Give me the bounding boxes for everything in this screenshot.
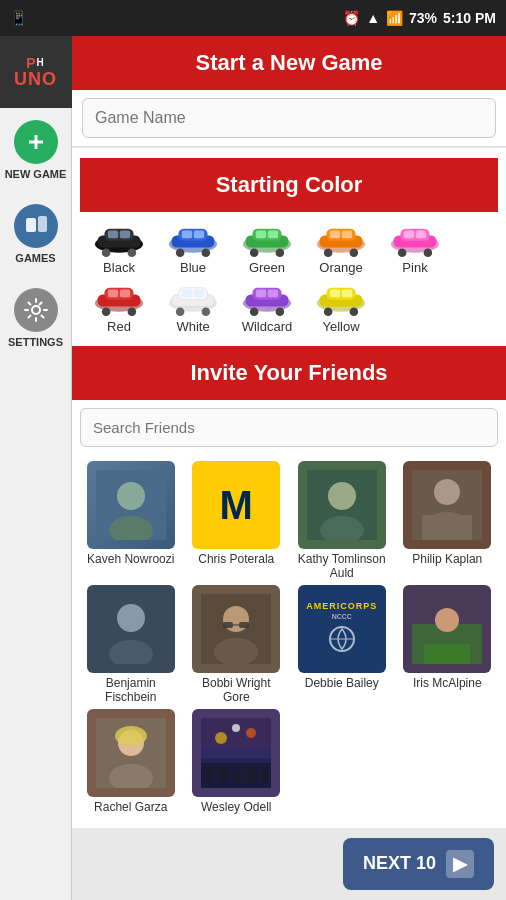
next-row: NEXT 10 ▶ bbox=[72, 828, 506, 900]
svg-point-91 bbox=[435, 608, 459, 632]
friend-name-wesley: Wesley Odell bbox=[201, 800, 271, 814]
next-button[interactable]: NEXT 10 ▶ bbox=[343, 838, 494, 890]
svg-rect-59 bbox=[256, 289, 266, 297]
friend-item-bobbi[interactable]: Bobbi Wright Gore bbox=[186, 585, 288, 705]
friend-item-philip[interactable]: Philip Kaplan bbox=[397, 461, 499, 581]
svg-point-102 bbox=[232, 724, 240, 732]
game-name-section bbox=[72, 90, 506, 147]
svg-point-69 bbox=[117, 482, 145, 510]
car-pink-icon bbox=[385, 220, 445, 258]
new-game-icon bbox=[14, 120, 58, 164]
friend-item-benjamin[interactable]: Benjamin Fischbein bbox=[80, 585, 182, 705]
sidebar-item-games[interactable]: GAMES bbox=[0, 192, 71, 276]
color-label-pink: Pink bbox=[402, 260, 427, 275]
car-red-icon bbox=[89, 279, 149, 317]
color-item-white[interactable]: White bbox=[158, 279, 228, 334]
svg-rect-39 bbox=[416, 230, 426, 238]
friend-item-kaveh[interactable]: Kaveh Nowroozi bbox=[80, 461, 182, 581]
search-row bbox=[72, 400, 506, 455]
game-name-input[interactable] bbox=[82, 98, 496, 138]
next-button-label: NEXT 10 bbox=[363, 853, 436, 874]
friend-avatar-wesley bbox=[192, 709, 280, 797]
svg-rect-77 bbox=[422, 515, 472, 540]
friend-item-kathy[interactable]: Kathy Tomlinson Auld bbox=[291, 461, 393, 581]
svg-point-100 bbox=[215, 732, 227, 744]
svg-rect-3 bbox=[38, 216, 47, 232]
svg-point-30 bbox=[350, 248, 359, 257]
friend-name-bobbi: Bobbi Wright Gore bbox=[191, 676, 281, 705]
svg-point-79 bbox=[117, 604, 145, 632]
americorps-logo: AMERICORPS NCCC bbox=[298, 585, 386, 673]
svg-point-37 bbox=[424, 248, 433, 257]
car-wildcard-icon bbox=[237, 279, 297, 317]
friend-item-rachel[interactable]: Rachel Garza bbox=[80, 709, 182, 814]
color-item-wildcard[interactable]: Wildcard bbox=[232, 279, 302, 334]
svg-rect-106 bbox=[249, 767, 257, 783]
friend-name-iris: Iris McAlpine bbox=[413, 676, 482, 690]
status-bar: 📱 ⏰ ▲ 📶 73% 5:10 PM bbox=[0, 0, 506, 36]
svg-rect-99 bbox=[201, 748, 271, 763]
start-new-game-button[interactable]: Start a New Game bbox=[72, 36, 506, 90]
svg-point-82 bbox=[223, 606, 249, 632]
svg-point-36 bbox=[398, 248, 407, 257]
svg-point-8 bbox=[102, 248, 111, 257]
color-label-wildcard: Wildcard bbox=[242, 319, 293, 334]
svg-point-57 bbox=[250, 307, 259, 316]
svg-rect-66 bbox=[330, 289, 340, 297]
friend-avatar-rachel bbox=[87, 709, 175, 797]
friend-item-debbie[interactable]: AMERICORPS NCCC Debbie Bailey bbox=[291, 585, 393, 705]
invite-header: Invite Your Friends bbox=[72, 346, 506, 400]
friend-name-kathy: Kathy Tomlinson Auld bbox=[297, 552, 387, 581]
app-logo: P H UNO bbox=[0, 36, 72, 108]
color-item-pink[interactable]: Pink bbox=[380, 220, 450, 275]
sidebar-item-new-game[interactable]: NEW GAME bbox=[0, 108, 71, 192]
svg-rect-46 bbox=[120, 289, 130, 297]
svg-rect-85 bbox=[239, 622, 249, 628]
svg-point-23 bbox=[276, 248, 285, 257]
friend-item-wesley[interactable]: Wesley Odell bbox=[186, 709, 288, 814]
color-label-red: Red bbox=[107, 319, 131, 334]
friend-avatar-kathy bbox=[298, 461, 386, 549]
color-item-orange[interactable]: Orange bbox=[306, 220, 376, 275]
phone-icon: 📱 bbox=[10, 10, 27, 26]
time-display: 5:10 PM bbox=[443, 10, 496, 26]
friend-item-iris[interactable]: Iris McAlpine bbox=[397, 585, 499, 705]
svg-point-65 bbox=[350, 307, 359, 316]
wifi-icon: ▲ bbox=[366, 10, 380, 26]
friend-item-chris[interactable]: M Chris Poterala bbox=[186, 461, 288, 581]
friend-name-debbie: Debbie Bailey bbox=[305, 676, 379, 690]
main-content: Start a New Game Starting Color bbox=[72, 36, 506, 900]
svg-rect-103 bbox=[206, 768, 214, 783]
logo-top: P H bbox=[14, 56, 57, 70]
svg-rect-45 bbox=[108, 289, 118, 297]
svg-rect-18 bbox=[194, 230, 204, 238]
color-label-green: Green bbox=[249, 260, 285, 275]
friend-avatar-chris: M bbox=[192, 461, 280, 549]
car-white-icon bbox=[163, 279, 223, 317]
color-item-red[interactable]: Red bbox=[84, 279, 154, 334]
color-item-green[interactable]: Green bbox=[232, 220, 302, 275]
svg-point-101 bbox=[246, 728, 256, 738]
search-friends-input[interactable] bbox=[80, 408, 498, 447]
color-item-blue[interactable]: Blue bbox=[158, 220, 228, 275]
friend-avatar-benjamin bbox=[87, 585, 175, 673]
next-arrow-icon: ▶ bbox=[446, 850, 474, 878]
svg-point-96 bbox=[115, 726, 147, 746]
color-item-black[interactable]: Black bbox=[84, 220, 154, 275]
svg-rect-60 bbox=[268, 289, 278, 297]
svg-point-58 bbox=[276, 307, 285, 316]
alarm-icon: ⏰ bbox=[343, 10, 360, 26]
color-item-yellow[interactable]: Yellow bbox=[306, 279, 376, 334]
color-grid: Black Blue bbox=[80, 220, 498, 334]
color-label-orange: Orange bbox=[319, 260, 362, 275]
svg-point-64 bbox=[324, 307, 333, 316]
sidebar-item-settings[interactable]: SETTINGS bbox=[0, 276, 71, 360]
friend-avatar-iris bbox=[403, 585, 491, 673]
friend-name-rachel: Rachel Garza bbox=[94, 800, 167, 814]
svg-point-16 bbox=[202, 248, 211, 257]
svg-rect-2 bbox=[26, 218, 36, 232]
invite-section: Invite Your Friends bbox=[72, 346, 506, 828]
color-label-white: White bbox=[176, 319, 209, 334]
svg-point-50 bbox=[176, 307, 185, 316]
svg-rect-104 bbox=[219, 766, 227, 783]
